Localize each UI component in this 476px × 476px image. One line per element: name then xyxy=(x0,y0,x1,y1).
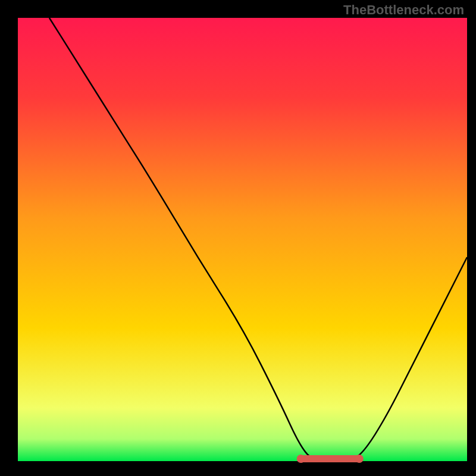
chart-container: TheBottleneck.com xyxy=(0,0,476,476)
optimal-range-end-dot xyxy=(355,455,364,463)
gradient-background xyxy=(18,18,467,461)
bottleneck-chart xyxy=(0,0,476,476)
optimal-range-start-dot xyxy=(297,455,305,463)
watermark-text: TheBottleneck.com xyxy=(343,2,464,18)
